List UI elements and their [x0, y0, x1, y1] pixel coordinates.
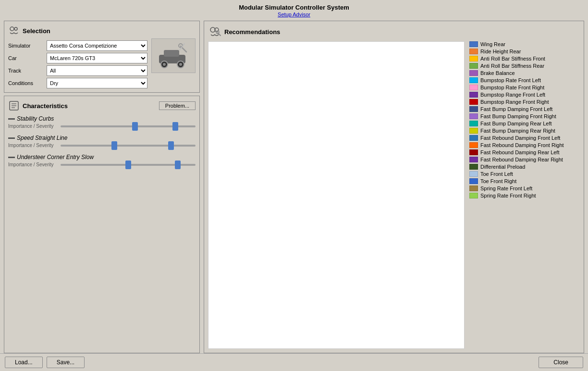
legend-label-9: Fast Bump Damping Front Left: [480, 106, 552, 112]
legend-item-15: Fast Rebound Damping Rear Left: [469, 149, 580, 155]
legend-color-18: [469, 171, 478, 177]
app-title: Modular Simulator Controller System: [0, 4, 588, 11]
legend-label-3: Anti Roll Bar Stiffness Rear: [480, 63, 544, 69]
characteristic-item-1: Speed Straight Line Importance / Severit…: [8, 135, 196, 148]
legend-label-2: Anti Roll Bar Stiffness Front: [480, 56, 545, 62]
slider-track-0[interactable]: [61, 125, 196, 127]
car-icon-box: [151, 38, 196, 73]
legend-item-17: Differential Preload: [469, 164, 580, 170]
char-name-2: Understeer Corner Entry Slow: [17, 154, 94, 161]
bar-19: [344, 293, 389, 304]
bar-14: [344, 229, 385, 240]
bar-4: [284, 101, 344, 112]
legend-label-13: Fast Rebound Damping Front Left: [480, 135, 560, 141]
chart-legend: Wing Rear Ride Height Rear Anti Roll Bar…: [465, 41, 580, 349]
car-select[interactable]: McLaren 720s GT3: [47, 53, 147, 63]
legend-color-4: [469, 70, 478, 76]
legend-item-2: Anti Roll Bar Stiffness Front: [469, 56, 580, 62]
simulator-select[interactable]: Assetto Corsa Competizione: [47, 40, 147, 51]
legend-item-19: Toe Front Right: [469, 178, 580, 184]
chart-container: -1.0-0.50.00.51.0: [208, 41, 465, 349]
legend-color-16: [469, 157, 478, 162]
save-button[interactable]: Save...: [47, 357, 85, 368]
legend-color-5: [469, 77, 478, 83]
bar-1: [310, 62, 344, 74]
close-button[interactable]: Close: [539, 357, 583, 368]
bar-13: [344, 216, 383, 227]
bar-21: [287, 318, 344, 330]
slider-thumb2-2[interactable]: [175, 161, 181, 169]
characteristics-icon: [8, 100, 20, 111]
legend-label-16: Fast Rebound Damping Rear Right: [480, 157, 563, 162]
slider-thumb2-0[interactable]: [172, 122, 178, 131]
characteristic-item-0: Stability Curbs Importance / Severity: [8, 115, 196, 129]
legend-color-12: [469, 128, 478, 134]
legend-color-6: [469, 85, 478, 90]
legend-item-10: Fast Bump Damping Front Right: [469, 113, 580, 119]
recommendations-title: Recommendations: [224, 28, 280, 36]
legend-color-14: [469, 142, 478, 148]
legend-label-20: Spring Rate Front Left: [480, 186, 532, 191]
load-button[interactable]: Load...: [5, 357, 43, 368]
bar-10: [292, 177, 344, 189]
legend-color-21: [469, 193, 478, 198]
char-name-1: Speed Straight Line: [17, 135, 67, 141]
legend-color-19: [469, 178, 478, 184]
slider-thumb2-1[interactable]: [168, 141, 174, 150]
legend-color-3: [469, 63, 478, 69]
slider-label-0: Importance / Severity: [8, 124, 59, 129]
legend-label-6: Bumpstop Rate Front Right: [480, 85, 544, 90]
bottom-bar: Load... Save... Close: [0, 353, 588, 371]
legend-label-4: Brake Balance: [480, 70, 515, 76]
legend-color-0: [469, 41, 478, 47]
legend-item-18: Toe Front Left: [469, 171, 580, 177]
car-tools-icon: [157, 41, 190, 70]
characteristics-panel: Characteristics Problem... Stability Cur…: [4, 96, 200, 353]
legend-item-16: Fast Rebound Damping Rear Right: [469, 157, 580, 162]
slider-label-1: Importance / Severity: [8, 143, 59, 148]
bar-20: [286, 305, 344, 317]
title-bar: Modular Simulator Controller System Setu…: [0, 0, 588, 19]
legend-color-10: [469, 113, 478, 119]
legend-color-11: [469, 121, 478, 126]
svg-text:0.0: 0.0: [340, 332, 347, 338]
legend-color-9: [469, 106, 478, 112]
bar-8: [344, 152, 439, 163]
svg-text:0.5: 0.5: [396, 332, 403, 338]
legend-item-1: Ride Height Rear: [469, 49, 580, 54]
legend-item-6: Bumpstop Rate Front Right: [469, 85, 580, 90]
legend-label-5: Bumpstop Rate Front Left: [480, 77, 541, 83]
bar-17: [286, 267, 344, 279]
svg-rect-3: [164, 50, 179, 57]
characteristic-item-2: Understeer Corner Entry Slow Importance …: [8, 154, 196, 167]
bar-12: [293, 203, 344, 215]
slider-track-2[interactable]: [61, 164, 196, 166]
svg-point-5: [163, 63, 166, 66]
bar-3: [282, 88, 344, 99]
legend-color-8: [469, 99, 478, 105]
problem-button[interactable]: Problem...: [159, 101, 196, 110]
legend-item-4: Brake Balance: [469, 70, 580, 76]
bar-6: [286, 126, 344, 138]
legend-color-2: [469, 56, 478, 62]
setup-advisor-link[interactable]: Setup Advisor: [278, 12, 310, 17]
legend-color-20: [469, 186, 478, 191]
selection-panel: Selection Simulator Assetto Corsa Compet…: [4, 21, 200, 93]
car-label: Car: [8, 55, 47, 61]
slider-thumb1-1[interactable]: [111, 141, 117, 150]
recommendations-icon: [208, 25, 221, 38]
slider-thumb1-0[interactable]: [132, 122, 138, 131]
bar-15: [344, 241, 384, 253]
legend-item-21: Spring Rate Front Right: [469, 193, 580, 198]
legend-item-7: Bumpstop Range Front Left: [469, 92, 580, 98]
slider-thumb1-2[interactable]: [125, 161, 131, 169]
legend-label-7: Bumpstop Range Front Left: [480, 92, 545, 98]
conditions-select[interactable]: Dry: [47, 78, 147, 88]
selection-title: Selection: [23, 27, 50, 35]
legend-item-11: Fast Bump Damping Rear Left: [469, 121, 580, 126]
track-label: Track: [8, 68, 47, 74]
conditions-row: Conditions Dry: [8, 78, 147, 88]
legend-label-17: Differential Preload: [480, 164, 525, 170]
track-select[interactable]: All: [47, 65, 147, 76]
slider-track-1[interactable]: [61, 145, 196, 147]
